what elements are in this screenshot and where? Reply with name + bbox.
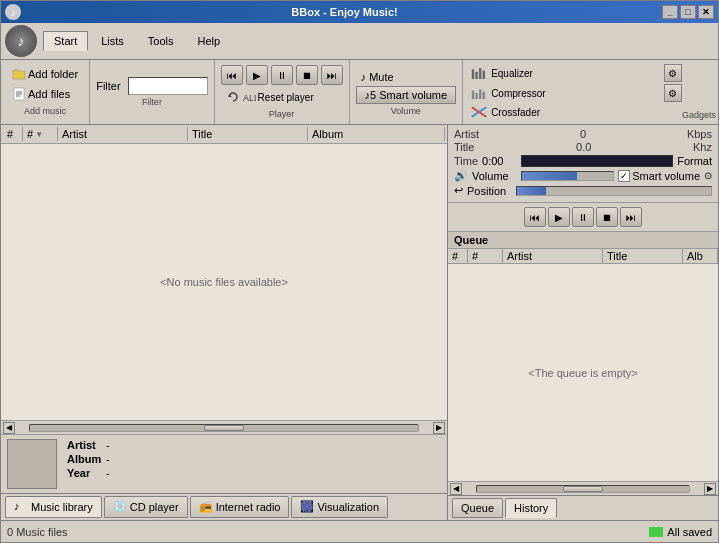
info-display: Artist 0 Kbps Title 0.0 Khz Time 0:00 Fo…	[448, 125, 718, 203]
artist-row: Artist -	[67, 439, 110, 451]
compressor-row: Compressor ⚙	[465, 84, 682, 102]
reset-player-button[interactable]: ALL Reset player	[221, 87, 319, 107]
tab-music-library[interactable]: ♪ Music library	[5, 496, 102, 518]
queue-col-artist[interactable]: Artist	[503, 249, 603, 263]
queue-scroll-right[interactable]: ▶	[704, 483, 716, 495]
queue-scroll-track[interactable]	[476, 485, 690, 493]
reset-player-label: Reset player	[258, 92, 314, 103]
scroll-left-button[interactable]: ◀	[3, 422, 15, 434]
equalizer-label: Equalizer	[491, 68, 533, 79]
stop-button[interactable]: ⏹	[296, 65, 318, 85]
tab-cd-player[interactable]: 💿 CD player	[104, 496, 188, 518]
menu-lists[interactable]: Lists	[90, 31, 135, 51]
svg-rect-8	[479, 68, 481, 79]
mini-stop-button[interactable]: ⏹	[596, 207, 618, 227]
music-library-icon: ♪	[14, 500, 28, 514]
play-button[interactable]: ▶	[246, 65, 268, 85]
visualization-icon: 🎆	[300, 500, 314, 514]
menu-start[interactable]: Start	[43, 31, 88, 51]
close-button[interactable]: ✕	[698, 5, 714, 19]
mini-next-button[interactable]: ⏭	[620, 207, 642, 227]
menu-help[interactable]: Help	[187, 31, 232, 51]
queue-col-album[interactable]: Alb	[683, 249, 718, 263]
mini-play-button[interactable]: ▶	[548, 207, 570, 227]
mute-button[interactable]: ♪ Mute	[356, 68, 457, 86]
minimize-button[interactable]: _	[662, 5, 678, 19]
equalizer-settings-button[interactable]: ⚙	[664, 64, 682, 82]
scroll-thumb[interactable]	[204, 425, 244, 431]
add-folder-row: Add folder	[7, 64, 83, 84]
smart-vol-icon: ⊙	[704, 170, 712, 181]
mini-prev-button[interactable]: ⏮	[524, 207, 546, 227]
scroll-track[interactable]	[29, 424, 419, 432]
queue-col-num[interactable]: #	[468, 249, 503, 263]
year-row: Year -	[67, 467, 110, 479]
info-khz-unit: Khz	[693, 141, 712, 153]
queue-panel: Queue # # Artist Title Alb <The queue is…	[448, 231, 718, 520]
titlebar: ♪ BBox - Enjoy Music! _ □ ✕	[1, 1, 718, 23]
next-button[interactable]: ⏭	[321, 65, 343, 85]
filter-input[interactable]	[128, 77, 208, 95]
queue-tab-history[interactable]: History	[505, 498, 557, 518]
artist-label: Artist	[67, 439, 102, 451]
position-slider-fill	[517, 187, 546, 195]
scroll-right-button[interactable]: ▶	[433, 422, 445, 434]
prev-button[interactable]: ⏮	[221, 65, 243, 85]
add-files-button[interactable]: Add files	[7, 84, 75, 104]
smart-volume-check[interactable]: ✓ Smart volume	[618, 170, 700, 182]
info-time-value: 0:00	[482, 155, 517, 167]
tab-visualization[interactable]: 🎆 Visualization	[291, 496, 388, 518]
svg-rect-11	[476, 93, 478, 99]
svg-rect-9	[483, 71, 485, 79]
add-folder-button[interactable]: Add folder	[7, 64, 83, 84]
queue-bottom-tabs: Queue History	[448, 495, 718, 520]
title-info-row: Title 0.0 Khz	[454, 141, 712, 153]
compressor-button[interactable]: Compressor	[465, 85, 660, 101]
player-controls-row: ⏮ ▶ ⏸ ⏹ ⏭	[221, 65, 343, 85]
volume-icon: 🔊	[454, 169, 468, 182]
queue-tab-queue[interactable]: Queue	[452, 498, 503, 518]
equalizer-row: Equalizer ⚙	[465, 64, 682, 82]
crossfader-icon	[469, 106, 489, 118]
queue-col-title[interactable]: Title	[603, 249, 683, 263]
internet-radio-label: Internet radio	[216, 501, 281, 513]
filter-section-label: Filter	[96, 97, 207, 107]
pause-button[interactable]: ⏸	[271, 65, 293, 85]
volume-slider[interactable]	[521, 171, 614, 181]
queue-scroll-left[interactable]: ◀	[450, 483, 462, 495]
music-library-label: Music library	[31, 501, 93, 513]
svg-text:ALL: ALL	[243, 93, 256, 103]
reset-icon	[226, 90, 240, 104]
status-text: All saved	[667, 526, 712, 538]
artist-info-row: Artist 0 Kbps	[454, 128, 712, 140]
queue-scroll-thumb[interactable]	[563, 486, 603, 492]
playlist-scrollbar[interactable]: ◀ ▶	[1, 420, 447, 434]
col-artist-header[interactable]: Artist	[58, 127, 188, 141]
queue-scrollbar[interactable]: ◀ ▶	[448, 481, 718, 495]
svg-rect-13	[483, 92, 485, 99]
maximize-button[interactable]: □	[680, 5, 696, 19]
smart-volume-label: ♪5 Smart volume	[365, 89, 448, 101]
info-format-label: Format	[677, 155, 712, 167]
menu-tools[interactable]: Tools	[137, 31, 185, 51]
tab-internet-radio[interactable]: 📻 Internet radio	[190, 496, 290, 518]
mini-pause-button[interactable]: ⏸	[572, 207, 594, 227]
smart-volume-button[interactable]: ♪5 Smart volume	[356, 86, 457, 104]
position-slider[interactable]	[516, 186, 712, 196]
equalizer-icon	[469, 67, 489, 79]
volume-row: 🔊 Volume ✓ Smart volume ⊙	[454, 169, 712, 182]
info-time-label: Time	[454, 155, 478, 167]
smart-volume-checkbox[interactable]: ✓	[618, 170, 630, 182]
crossfader-button[interactable]: Crossfader	[465, 104, 682, 120]
file-icon	[12, 87, 26, 101]
equalizer-button[interactable]: Equalizer	[465, 65, 660, 81]
col-num[interactable]: # ▼	[23, 127, 58, 141]
volume-section-label: Volume	[356, 106, 457, 116]
col-album-header[interactable]: Album	[308, 127, 445, 141]
time-progress-bar[interactable]	[521, 155, 673, 167]
album-row: Album -	[67, 453, 110, 465]
col-hash: #	[3, 127, 23, 141]
col-title-header[interactable]: Title	[188, 127, 308, 141]
queue-col-headers: # # Artist Title Alb	[448, 249, 718, 264]
compressor-settings-button[interactable]: ⚙	[664, 84, 682, 102]
